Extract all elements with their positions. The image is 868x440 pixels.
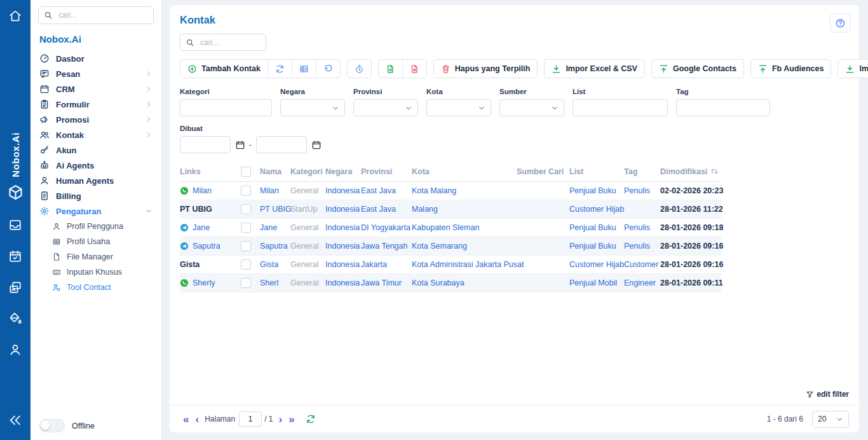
toolbar-undo-button[interactable] [316, 60, 340, 78]
sidebar-item-promosi[interactable]: Promosi [38, 112, 154, 127]
toolbar-export-excel-button[interactable] [379, 60, 402, 78]
sidebar-item-billing[interactable]: Billing [38, 188, 154, 203]
contact-link[interactable]: PT UBIG [180, 205, 236, 214]
sidebar-item-inputan-khusus[interactable]: Inputan Khusus [52, 265, 154, 280]
cell-nama-value[interactable]: Saputra [260, 242, 288, 251]
cell-nama: PT UBIG [257, 200, 288, 219]
filter-list-input[interactable] [573, 99, 668, 116]
next-page-button[interactable]: › [276, 414, 286, 425]
rail-collapse-button[interactable] [8, 413, 22, 430]
calendar-icon[interactable] [311, 140, 321, 149]
select-all-checkbox[interactable] [241, 167, 251, 177]
toolbar-fb-audiences-button[interactable]: Fb Audiences [751, 60, 831, 78]
refresh-icon[interactable] [306, 414, 316, 424]
help-button[interactable] [830, 13, 851, 32]
filter-label-kategori: Kategori [180, 88, 272, 95]
toolbar-history-button[interactable] [348, 60, 371, 78]
toolbar-hapus-terpilih-button[interactable]: Hapus yang Terpilih [434, 60, 538, 78]
row-checkbox[interactable] [241, 186, 251, 196]
contact-link[interactable]: Jane [180, 223, 236, 232]
sidebar-item-profil-pengguna[interactable]: Profil Pengguna [52, 219, 154, 234]
cell-dimodifikasi-value: 02-02-2026 20:23 [660, 186, 723, 195]
toolbar-tambah-kontak-button[interactable]: Tambah Kontak [180, 60, 268, 78]
cell-provinsi-value: Jawa Tengah [361, 242, 407, 251]
filter-kota-select[interactable] [426, 99, 491, 116]
filter-sumber-select[interactable] [499, 99, 564, 116]
offline-row: Offline [39, 419, 95, 432]
page-size-select[interactable]: 20 [812, 411, 849, 428]
page-number-input[interactable] [239, 411, 262, 427]
calendar-icon[interactable] [235, 140, 245, 149]
toolbar-export-pdf-button[interactable] [402, 60, 426, 78]
sidebar-item-human-agents[interactable]: Human Agents [38, 173, 154, 188]
offline-toggle[interactable] [39, 419, 65, 432]
filter-negara-select[interactable] [280, 99, 345, 116]
row-checkbox[interactable] [241, 278, 251, 288]
timer-icon [355, 64, 364, 74]
cell-nama-value[interactable]: Jane [260, 223, 277, 232]
sidebar-item-profil-usaha[interactable]: Profil Usaha [52, 234, 154, 249]
cell-nama-value[interactable]: Gista [260, 260, 278, 269]
sidebar-item-label: CRM [56, 85, 75, 94]
cell-dimodifikasi-value: 28-01-2026 11:22 [660, 205, 723, 214]
row-checkbox[interactable] [241, 204, 251, 214]
sidebar-search-input[interactable] [57, 10, 148, 20]
kontak-search-input[interactable] [199, 38, 261, 48]
sidebar-item-formulir[interactable]: Formulir [38, 97, 154, 112]
filter-kategori-input[interactable] [180, 99, 272, 116]
rail-home-button[interactable] [8, 9, 22, 25]
sidebar-item-akun[interactable]: Akun [38, 142, 154, 158]
toolbar-table-view-button[interactable] [292, 60, 316, 78]
sidebar-item-pesan[interactable]: Pesan [38, 66, 154, 81]
contact-link[interactable]: Milan [180, 186, 236, 195]
calendar-icon [311, 140, 322, 150]
cell-kota-value: Kota Surabaya [412, 278, 465, 287]
rail-user-button[interactable] [8, 343, 22, 359]
toolbar-impor-excel-csv-button[interactable]: Impor Excel & CSV [545, 60, 644, 78]
row-checkbox[interactable] [241, 259, 251, 270]
sidebar-item-kontak[interactable]: Kontak [38, 127, 154, 142]
prev-page-button[interactable]: ‹ [192, 414, 202, 425]
last-page-button[interactable]: » [285, 414, 297, 425]
sidebar-item-file-manager[interactable]: File Manager [52, 249, 154, 265]
rail-paint-bucket-button[interactable] [8, 312, 22, 328]
sidebar-item-dasbor[interactable]: Dasbor [38, 51, 154, 66]
dibuat-from-input[interactable] [180, 136, 231, 153]
sidebar-item-label: Tool Contact [67, 283, 111, 292]
cell-checkbox [238, 219, 257, 237]
sidebar-item-pengaturan[interactable]: Pengaturan [38, 203, 154, 219]
row-checkbox[interactable] [241, 223, 251, 233]
contact-link[interactable]: Saputra [180, 242, 236, 251]
cell-nama-value[interactable]: Sherl [260, 278, 278, 287]
sidebar-item-ai-agents[interactable]: Ai Agents [38, 158, 154, 173]
sort-icon[interactable] [710, 167, 719, 175]
row-checkbox[interactable] [241, 241, 251, 251]
first-page-button[interactable]: « [180, 414, 192, 425]
chevron-down-icon [836, 416, 843, 423]
filter-field-provinsi: Provinsi [353, 88, 418, 116]
rail-calendar-check-button[interactable] [8, 249, 22, 266]
toolbar-google-contacts-button[interactable]: Google Contacts [652, 60, 743, 78]
filter-label-provinsi: Provinsi [353, 88, 418, 95]
sidebar-item-crm[interactable]: CRM [38, 81, 154, 97]
cell-kota: Kota Semarang [409, 237, 514, 256]
edit-filter-label: edit filter [817, 390, 849, 399]
dibuat-to-input[interactable] [256, 136, 307, 153]
contacts-table: LinksNamaKategoriNegaraProvinsiKotaSumbe… [180, 163, 721, 292]
column-header-tag: Tag [621, 163, 658, 182]
toolbar-import-wa-button[interactable]: Import WA [838, 60, 868, 78]
cell-kategori-value: General [290, 223, 318, 232]
toolbar-refresh-button[interactable] [268, 60, 292, 78]
cell-nama-value[interactable]: Milan [260, 186, 279, 195]
cell-nama-value[interactable]: PT UBIG [260, 205, 292, 214]
gear-icon [39, 206, 50, 216]
edit-filter-button[interactable]: edit filter [806, 390, 849, 399]
table-row: SherlySherlGeneralIndonesiaJawa TimurKot… [180, 274, 721, 292]
rail-inbox-tray-button[interactable] [8, 218, 22, 235]
contact-link[interactable]: Gista [180, 260, 236, 269]
contact-link[interactable]: Sherly [180, 278, 236, 287]
rail-image-translate-button[interactable] [8, 280, 22, 297]
sidebar-item-tool-contact[interactable]: Tool Contact [52, 280, 154, 295]
filter-provinsi-select[interactable] [353, 99, 418, 116]
filter-tag-input[interactable] [676, 99, 770, 116]
